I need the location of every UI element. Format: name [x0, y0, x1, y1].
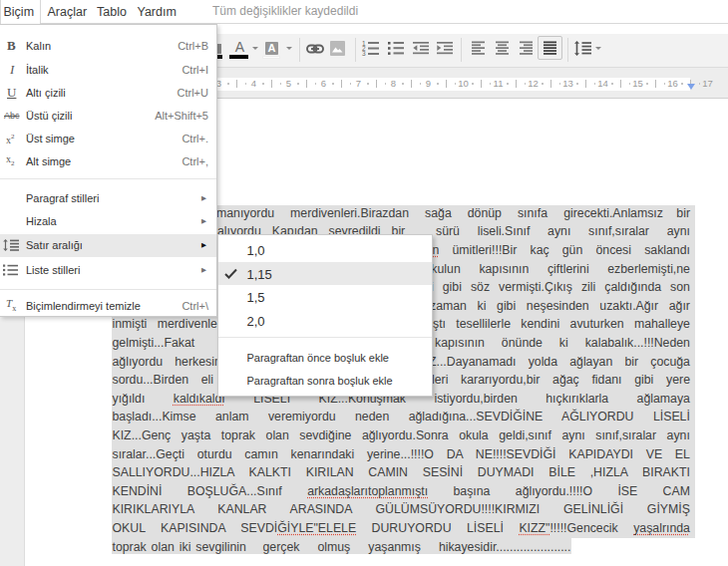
svg-text:3: 3 [362, 50, 366, 56]
